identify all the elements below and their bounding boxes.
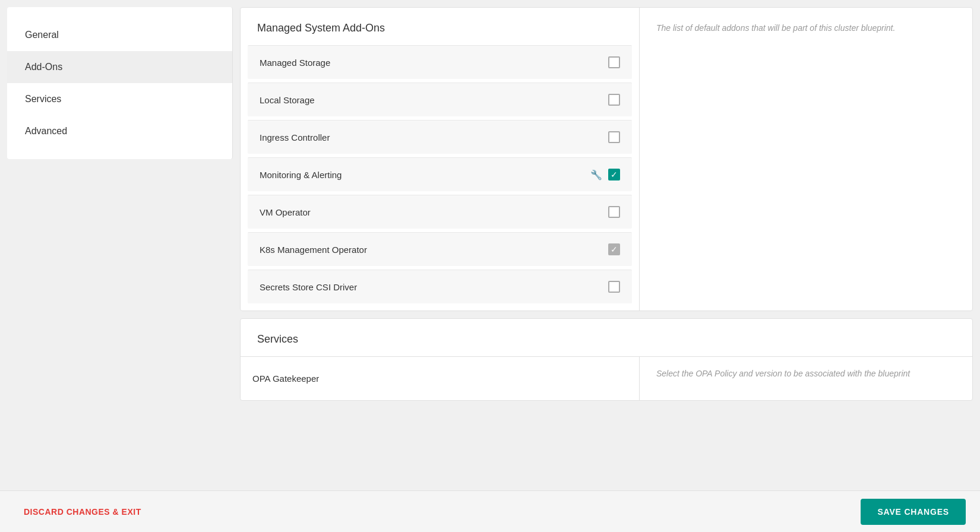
addons-description-text: The list of default addons that will be … xyxy=(640,8,972,49)
addon-row-local-storage: Local Storage xyxy=(248,83,632,116)
sidebar: General Add-Ons Services Advanced xyxy=(7,7,233,159)
sidebar-label-services: Services xyxy=(25,94,61,104)
addon-label-monitoring-alerting: Monitoring & Alerting xyxy=(260,170,342,180)
addons-section-title: Managed System Add-Ons xyxy=(241,8,639,45)
addon-controls-managed-storage xyxy=(608,56,620,68)
checkbox-managed-storage[interactable] xyxy=(608,56,620,68)
addon-controls-k8s-mgmt: ✓ xyxy=(608,243,620,255)
sidebar-item-addons[interactable]: Add-Ons xyxy=(7,51,232,83)
opa-layout: OPA Gatekeeper Select the OPA Policy and… xyxy=(241,357,972,400)
addon-label-local-storage: Local Storage xyxy=(260,95,315,105)
opa-right: Select the OPA Policy and version to be … xyxy=(640,357,972,400)
services-card: Services OPA Gatekeeper Select the OPA P… xyxy=(240,318,973,401)
addons-list: Managed System Add-Ons Managed Storage L… xyxy=(241,8,640,311)
sidebar-label-addons: Add-Ons xyxy=(25,62,62,72)
addon-label-k8s-mgmt: K8s Management Operator xyxy=(260,245,367,255)
addon-label-secrets-csi: Secrets Store CSI Driver xyxy=(260,282,357,292)
addon-controls-vm-operator xyxy=(608,206,620,218)
addon-controls-secrets-csi xyxy=(608,281,620,293)
bottom-bar: DISCARD CHANGES & EXIT SAVE CHANGES xyxy=(0,490,980,532)
services-section-title: Services xyxy=(241,319,972,357)
checkbox-secrets-csi[interactable] xyxy=(608,281,620,293)
sidebar-label-advanced: Advanced xyxy=(25,126,67,137)
addons-card: Managed System Add-Ons Managed Storage L… xyxy=(240,7,973,311)
addon-row-managed-storage: Managed Storage xyxy=(248,45,632,79)
opa-description: Select the OPA Policy and version to be … xyxy=(656,369,910,378)
checkbox-monitoring-alerting[interactable]: ✓ xyxy=(608,169,620,180)
addon-label-vm-operator: VM Operator xyxy=(260,207,311,217)
checkbox-local-storage[interactable] xyxy=(608,94,620,106)
addon-row-vm-operator: VM Operator xyxy=(248,195,632,229)
addon-controls-local-storage xyxy=(608,94,620,106)
opa-left: OPA Gatekeeper xyxy=(241,357,640,400)
addon-row-monitoring-alerting: Monitoring & Alerting 🔧 ✓ xyxy=(248,157,632,191)
addon-row-secrets-csi: Secrets Store CSI Driver xyxy=(248,270,632,303)
sidebar-item-general[interactable]: General xyxy=(7,19,232,51)
sidebar-item-services[interactable]: Services xyxy=(7,83,232,115)
checkbox-k8s-mgmt[interactable]: ✓ xyxy=(608,243,620,255)
addon-label-ingress-controller: Ingress Controller xyxy=(260,132,330,142)
wrench-icon[interactable]: 🔧 xyxy=(590,169,602,180)
addons-description: The list of default addons that will be … xyxy=(640,8,972,311)
checkbox-ingress-controller[interactable] xyxy=(608,131,620,143)
opa-title: OPA Gatekeeper xyxy=(252,369,627,388)
addon-controls-ingress-controller xyxy=(608,131,620,143)
discard-button[interactable]: DISCARD CHANGES & EXIT xyxy=(14,501,151,522)
addon-row-k8s-mgmt: K8s Management Operator ✓ xyxy=(248,232,632,266)
checkbox-vm-operator[interactable] xyxy=(608,206,620,218)
addon-label-managed-storage: Managed Storage xyxy=(260,58,330,68)
sidebar-item-advanced[interactable]: Advanced xyxy=(7,115,232,147)
sidebar-label-general: General xyxy=(25,30,59,40)
addon-controls-monitoring-alerting: 🔧 ✓ xyxy=(590,169,620,180)
addon-row-ingress-controller: Ingress Controller xyxy=(248,120,632,154)
save-button[interactable]: SAVE CHANGES xyxy=(861,499,966,525)
content-area: Managed System Add-Ons Managed Storage L… xyxy=(240,0,980,532)
